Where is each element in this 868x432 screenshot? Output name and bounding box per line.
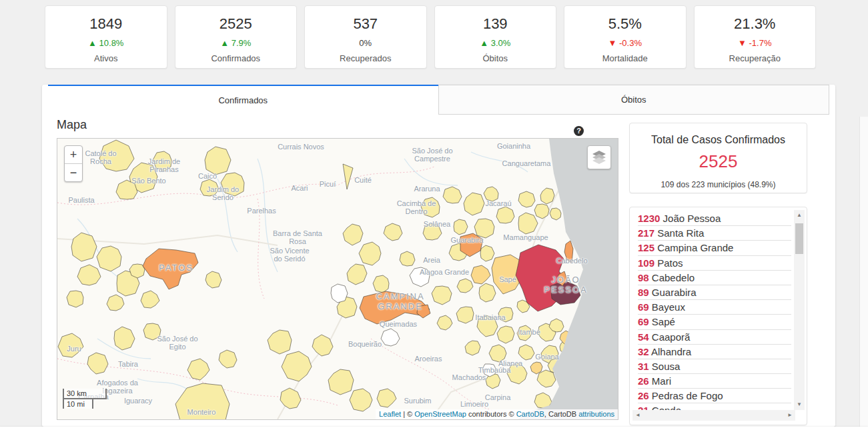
stat-value: 139 [435, 15, 556, 33]
municipality-cases: 1230 [638, 213, 660, 224]
municipality-row: 69 Sapé [638, 315, 791, 329]
municipality-name: Alhandra [649, 346, 691, 357]
municipality-row: 26 Pedras de Fogo [638, 389, 791, 403]
municipality-cases: 54 [638, 331, 649, 343]
summary-subtitle: 109 dos 223 municípios (48.9%) [630, 180, 807, 189]
municipality-name: Cabedelo [649, 272, 695, 283]
municipality-cases: 125 [638, 242, 655, 253]
stat-value: 5.5% [564, 15, 686, 33]
tab-bar: ConfirmadosÓbitos [42, 85, 835, 115]
municipality-row: 217 Santa Rita [638, 226, 791, 241]
municipality-cases: 217 [638, 227, 655, 239]
summary-card: Total de Casos Confirmados 2525 109 dos … [629, 123, 807, 193]
stat-card: 1849▲ 10.8%Ativos [45, 5, 167, 69]
municipality-name: Santa Rita [655, 227, 704, 239]
municipality-name: Sousa [649, 361, 681, 372]
vertical-scrollbar[interactable]: ▲ ▼ [794, 210, 805, 410]
zoom-out-button[interactable]: − [65, 164, 82, 181]
stat-delta: ▲ 3.0% [435, 38, 556, 48]
layers-control[interactable] [587, 145, 611, 169]
municipality-row: 89 Guarabira [638, 285, 791, 300]
next-section-edge [0, 427, 868, 432]
carto-link[interactable]: CartoDB [516, 410, 544, 418]
municipality-name: Campina Grande [655, 242, 733, 253]
scroll-up-button[interactable]: ▲ [794, 210, 805, 221]
stat-card: 21.3%▼ -1.7%Recuperação [694, 5, 817, 69]
scroll-left-button[interactable]: ◄ [632, 410, 643, 421]
municipality-cases: 32 [638, 346, 649, 357]
municipality-list-card: 1230 João Pessoa217 Santa Rita125 Campin… [629, 207, 807, 425]
scale-control: 30 km 10 mi [63, 389, 107, 409]
stat-value: 537 [305, 15, 426, 33]
municipality-row: 32 Alhandra [638, 345, 791, 359]
stat-label: Ativos [45, 53, 167, 63]
stat-delta: 0% [305, 38, 426, 48]
municipality-name: Sapé [649, 316, 675, 327]
attribution-text: contributors © [466, 410, 516, 418]
help-icon[interactable]: ? [574, 126, 584, 136]
zoom-in-button[interactable]: + [65, 146, 82, 164]
municipality-row: 54 Caaporã [638, 330, 791, 345]
municipality-cases: 31 [638, 361, 649, 372]
attributions-link[interactable]: attributions [578, 410, 614, 418]
leaflet-link[interactable]: Leaflet [379, 410, 401, 418]
municipality-row: 109 Patos [638, 256, 791, 271]
stat-label: Recuperados [305, 53, 426, 63]
municipality-cases: 109 [638, 257, 655, 269]
summary-title: Total de Casos Confirmados [630, 134, 807, 146]
municipality-row: 125 Campina Grande [638, 241, 791, 255]
stat-card: 139▲ 3.0%Óbitos [434, 5, 557, 69]
horizontal-scrollbar[interactable]: ◄ ► [632, 410, 795, 421]
stats-row: 1849▲ 10.8%Ativos2525▲ 7.9%Confirmados53… [45, 5, 816, 69]
vertical-scroll-thumb[interactable] [795, 223, 803, 254]
municipality-polygon[interactable] [474, 219, 494, 238]
stat-card: 2525▲ 7.9%Confirmados [175, 5, 298, 69]
summary-total: 2525 [630, 151, 807, 172]
municipality-cases: 26 [638, 375, 649, 387]
scale-km: 30 km [63, 389, 107, 399]
municipality-row: 98 Cabedelo [638, 271, 791, 285]
map-canvas[interactable]: Catolé do RochaJardim de PiranhasSão Ben… [57, 138, 618, 420]
stat-delta: ▼ -1.7% [695, 38, 816, 48]
stat-label: Mortalidade [564, 53, 686, 63]
main-panel: ConfirmadosÓbitos Mapa ? [42, 85, 835, 427]
layers-icon [592, 151, 606, 164]
municipality-polygon[interactable] [143, 323, 161, 340]
stat-label: Recuperação [695, 53, 816, 63]
osm-link[interactable]: OpenStreetMap [414, 410, 466, 418]
municipality-polygon[interactable] [498, 307, 513, 322]
tab-obitos[interactable]: Óbitos [438, 85, 830, 115]
municipality-name: Pedras de Fogo [649, 390, 723, 401]
municipality-cases: 69 [638, 316, 649, 327]
stat-label: Confirmados [175, 53, 297, 63]
scroll-right-button[interactable]: ► [785, 410, 795, 421]
municipality-row: 69 Bayeux [638, 300, 791, 315]
municipality-row: 26 Mari [638, 374, 791, 389]
municipality-cases: 98 [638, 272, 649, 283]
map-attribution: Leaflet | © OpenStreetMap contributors ©… [376, 409, 618, 419]
stat-card: 5.5%▼ -0.3%Mortalidade [564, 5, 687, 69]
stat-delta: ▲ 7.9% [175, 38, 297, 48]
page-scrollbar[interactable] [859, 117, 868, 432]
zoom-control: + − [64, 145, 83, 182]
stat-label: Óbitos [435, 53, 556, 63]
tab-confirmados[interactable]: Confirmados [48, 85, 438, 115]
municipality-name: Guarabira [649, 287, 697, 298]
scale-mi: 10 mi [63, 398, 93, 409]
attribution-text: | © [401, 410, 414, 418]
map-svg [57, 139, 618, 419]
stat-delta: ▲ 10.8% [45, 38, 167, 48]
stat-card: 5370%Recuperados [304, 5, 427, 69]
municipality-cases: 89 [638, 287, 649, 298]
municipality-cases: 69 [638, 301, 649, 313]
municipality-polygon[interactable] [67, 291, 83, 307]
stat-delta: ▼ -0.3% [564, 38, 686, 48]
municipality-name: Caaporã [649, 331, 691, 343]
scroll-down-button[interactable]: ▼ [794, 399, 805, 410]
municipality-row: 1230 João Pessoa [638, 211, 791, 226]
municipality-name: João Pessoa [660, 213, 721, 224]
municipality-cases: 26 [638, 390, 649, 401]
attribution-text: , CartoDB [544, 410, 578, 418]
municipality-list[interactable]: 1230 João Pessoa217 Santa Rita125 Campin… [638, 211, 791, 411]
municipality-name: Bayeux [649, 301, 685, 313]
